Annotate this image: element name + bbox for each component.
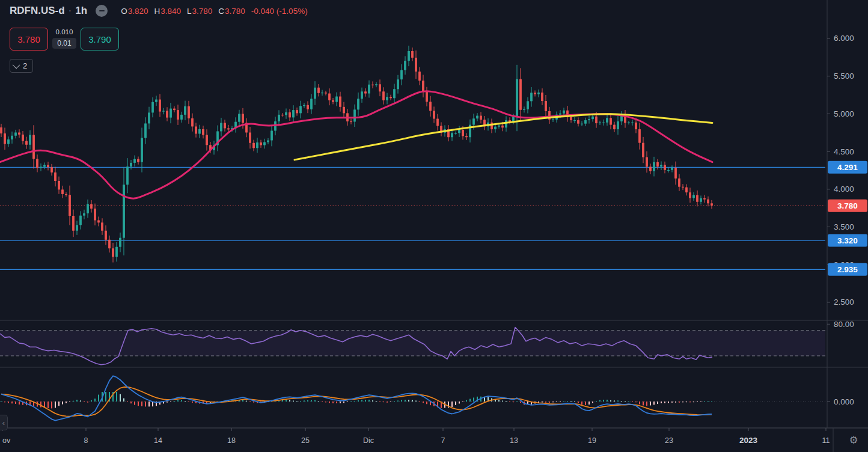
low-label: L <box>187 7 192 16</box>
svg-text:19: 19 <box>588 436 596 445</box>
time-axis[interactable]: ov8141825Dic7131923202311 <box>2 428 830 445</box>
symbol-header: RDFN.US-d · 1h O3.820 H3.840 L3.780 C3.7… <box>10 5 308 17</box>
svg-text:⚙: ⚙ <box>849 434 858 446</box>
high-label: H <box>154 7 160 16</box>
rsi-band <box>0 331 825 356</box>
svg-text:2.500: 2.500 <box>834 298 854 307</box>
symbol-name[interactable]: RDFN.US-d <box>10 5 65 17</box>
svg-text:5.000: 5.000 <box>834 109 854 118</box>
svg-text:7: 7 <box>441 436 445 445</box>
svg-text:80.00: 80.00 <box>834 320 854 329</box>
ma-slow-yellow[interactable] <box>295 114 712 160</box>
order-panel: 3.780 0.010 0.01 3.790 <box>10 28 119 50</box>
svg-text:3.780: 3.780 <box>837 201 858 210</box>
svg-text:2.935: 2.935 <box>837 265 858 274</box>
rsi-panel <box>0 328 825 365</box>
chart-canvas[interactable]: 6.0005.5005.0004.5004.0003.5003.0002.500… <box>0 0 868 452</box>
collapse-arrow-icon: ‹ <box>2 418 5 427</box>
close-value: 3.780 <box>225 7 245 16</box>
svg-text:14: 14 <box>154 436 162 445</box>
low-value: 3.780 <box>192 7 213 16</box>
svg-text:8: 8 <box>84 436 88 445</box>
price-badge[interactable]: 3.320 <box>828 234 867 247</box>
candles-layer <box>0 46 713 263</box>
sell-button[interactable]: 3.780 <box>10 28 48 50</box>
svg-text:13: 13 <box>510 436 518 445</box>
panel-separators <box>0 0 868 452</box>
candle-count-value: 2 <box>23 61 27 70</box>
chevron-down-icon <box>13 61 20 69</box>
svg-text:0.000: 0.000 <box>834 397 854 406</box>
trading-chart-window: 6.0005.5005.0004.5004.0003.5003.0002.500… <box>0 0 868 452</box>
svg-text:5.500: 5.500 <box>834 72 854 81</box>
close-label: C <box>218 7 224 16</box>
panel-collapse-tab[interactable]: ‹ <box>0 415 8 430</box>
axis-settings-button[interactable]: ⚙ <box>849 434 858 446</box>
spread-value-top: 0.010 <box>56 28 73 37</box>
price-badge[interactable]: 4.291 <box>828 161 867 174</box>
spread-column: 0.010 0.01 <box>50 28 78 50</box>
spread-value[interactable]: 0.01 <box>52 38 76 49</box>
svg-text:4.000: 4.000 <box>834 185 854 194</box>
svg-text:18: 18 <box>227 436 236 445</box>
price-axis[interactable]: 6.0005.5005.0004.5004.0003.5003.0002.500… <box>827 34 867 406</box>
open-label: O <box>121 7 127 16</box>
candle-count-button[interactable]: 2 <box>10 59 33 73</box>
macd-line[interactable] <box>1 376 712 420</box>
minus-circle-icon[interactable] <box>96 5 108 17</box>
svg-text:4.500: 4.500 <box>834 147 854 156</box>
high-value: 3.840 <box>160 7 181 16</box>
price-panel <box>0 46 825 269</box>
buy-button[interactable]: 3.790 <box>81 28 119 50</box>
svg-text:ov: ov <box>2 436 11 445</box>
ma-fast-pink[interactable] <box>0 91 712 198</box>
svg-text:11: 11 <box>822 436 830 445</box>
svg-text:6.000: 6.000 <box>834 34 854 43</box>
svg-text:3.320: 3.320 <box>837 236 858 245</box>
macd-panel <box>0 376 825 420</box>
svg-text:3.500: 3.500 <box>834 222 854 231</box>
price-badge[interactable]: 2.935 <box>828 263 867 276</box>
svg-text:4.291: 4.291 <box>837 163 858 172</box>
svg-text:Dic: Dic <box>363 436 374 445</box>
change-value: -0.040 (-1.05%) <box>251 7 308 16</box>
open-value: 3.820 <box>128 7 148 16</box>
svg-text:25: 25 <box>301 436 310 445</box>
price-badge[interactable]: 3.780 <box>828 200 867 212</box>
svg-text:23: 23 <box>665 436 673 445</box>
svg-text:2023: 2023 <box>739 436 758 445</box>
ohlc-readout: O3.820 H3.840 L3.780 C3.780 -0.040 (-1.0… <box>121 7 308 16</box>
header-separator: · <box>69 5 72 17</box>
timeframe-label[interactable]: 1h <box>75 5 87 17</box>
